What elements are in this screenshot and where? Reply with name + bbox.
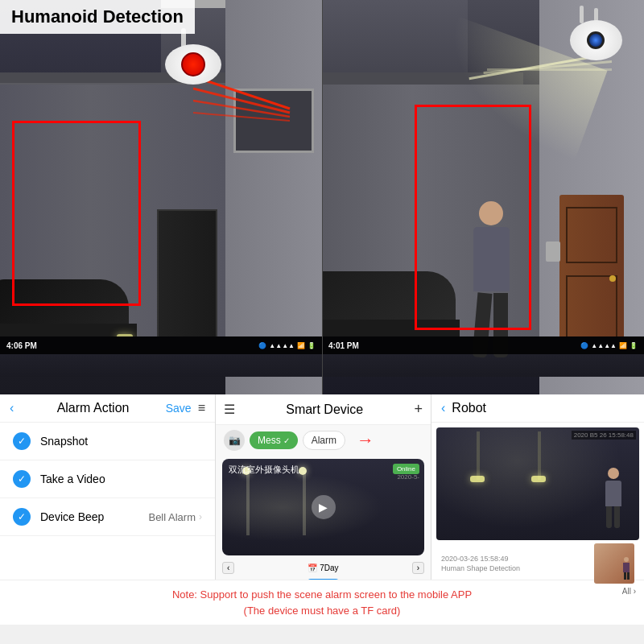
camera-device-left — [161, 44, 225, 101]
beep-check: ✓ — [13, 508, 31, 526]
right-wall — [225, 0, 322, 394]
robot-back-button[interactable]: ‹ — [441, 401, 445, 415]
light-cord-1 — [477, 431, 480, 480]
smart-camera-card[interactable]: 双流室外摄像头机 Online 2020-5- ▶ — [222, 459, 424, 555]
note-line2: (The device must have a TF card) — [13, 603, 631, 619]
smart-plus-button[interactable]: + — [414, 401, 423, 418]
scene-left: 4:06 PM 🔵▲▲▲▲📶🔋 — [0, 0, 322, 394]
beep-chevron: › — [199, 511, 202, 522]
status-icons-left: 🔵▲▲▲▲📶🔋 — [258, 342, 316, 349]
alarm-menu-icon[interactable]: ≡ — [198, 401, 205, 415]
status-bar-right: 4:01 PM 🔵▲▲▲▲📶🔋 — [322, 336, 644, 354]
robot-panel-header: ‹ Robot — [431, 394, 644, 423]
door-handle — [609, 275, 616, 282]
panel-alarm: ‹ Alarm Action Save ≡ ✓ Snapshot ✓ Take … — [0, 394, 216, 580]
tab-alarm-label: Alarm — [312, 435, 336, 446]
status-bar-left: 4:06 PM 🔵▲▲▲▲📶🔋 — [0, 336, 322, 354]
robot-person-body — [605, 481, 621, 506]
camera-body-right — [570, 20, 622, 60]
thumb-person — [622, 557, 630, 580]
detection-box-left — [12, 121, 141, 306]
robot-detection-label: Human Shape Detection — [441, 564, 520, 572]
camera-card-title: 双流室外摄像头机 — [229, 464, 299, 476]
panel-robot: ‹ Robot — [431, 394, 644, 580]
alarm-item-video[interactable]: ✓ Take a Video — [0, 460, 215, 498]
robot-timestamp-label: 2020-03-26 15:58:49 — [441, 555, 520, 563]
bottom-section: ‹ Alarm Action Save ≡ ✓ Snapshot ✓ Take … — [0, 394, 644, 644]
robot-person-head — [608, 468, 619, 479]
alarm-item-snapshot[interactable]: ✓ Snapshot — [0, 423, 215, 460]
smart-panel-header: ☰ Smart Device + — [216, 394, 431, 425]
page-title: Humanoid Detection — [11, 6, 184, 27]
title-bar: Humanoid Detection — [0, 0, 195, 34]
robot-content: 2020 B5 26 15:58:48 2020-03-26 15:58:49 … — [431, 423, 644, 601]
tab-mess-check: ✓ — [283, 436, 290, 445]
light-bulb-2 — [531, 476, 546, 482]
alarm-panel-title: Alarm Action — [20, 401, 165, 415]
robot-info-text: 2020-03-26 15:58:49 Human Shape Detectio… — [441, 555, 520, 572]
video-label: Take a Video — [40, 473, 202, 485]
wooden-door — [559, 195, 624, 356]
time-left: 4:06 PM — [6, 341, 258, 350]
robot-person — [603, 468, 623, 528]
robot-all-label[interactable]: All › — [622, 587, 636, 596]
video-check: ✓ — [13, 470, 31, 488]
robot-person-leg-l — [606, 506, 612, 528]
door-panel-2 — [566, 275, 617, 344]
robot-panel-title: Robot — [452, 401, 634, 415]
alarm-item-beep[interactable]: ✓ Device Beep Bell Alarm › — [0, 498, 215, 536]
status-icons-right: 🔵▲▲▲▲📶🔋 — [580, 342, 638, 349]
beep-label: Device Beep — [40, 510, 148, 523]
camera-lens-red — [181, 52, 205, 76]
light-cord-2 — [538, 431, 541, 480]
camera-device-right — [564, 20, 628, 76]
wall-switch — [546, 242, 560, 262]
robot-thumbnail[interactable] — [594, 543, 634, 584]
robot-camera-view: 2020 B5 26 15:58:48 — [436, 427, 639, 540]
detection-box-right — [415, 105, 531, 330]
camera-play-button[interactable]: ▶ — [312, 495, 336, 519]
camera-lens-right — [587, 31, 605, 49]
robot-all-button-wrapper: All › — [436, 587, 639, 596]
center-door — [157, 209, 217, 354]
time-right: 4:01 PM — [328, 341, 580, 350]
alarm-save-button[interactable]: Save — [166, 402, 192, 415]
smart-filter-icon[interactable]: ☰ — [224, 402, 235, 417]
snapshot-check: ✓ — [13, 432, 31, 450]
alarm-panel-header: ‹ Alarm Action Save ≡ — [0, 394, 215, 423]
robot-person-leg-r — [614, 506, 620, 528]
arrow-to-robot: → — [357, 430, 374, 451]
panel-smart: ☰ Smart Device + 📷 Mess ✓ Alarm → — [216, 394, 431, 580]
tab-mess[interactable]: Mess ✓ — [250, 431, 298, 449]
camera-body-left — [165, 44, 221, 85]
light-bulb-1 — [470, 476, 485, 482]
top-section: Humanoid Detection — [0, 0, 644, 394]
smart-tabs: 📷 Mess ✓ Alarm → — [216, 425, 431, 456]
robot-timestamp: 2020 B5 26 15:58:48 — [572, 431, 636, 440]
timeline-next-button[interactable]: › — [412, 562, 424, 574]
timeline-prev-button[interactable]: ‹ — [222, 562, 234, 574]
tab-alarm[interactable]: Alarm — [303, 431, 345, 450]
play-icon: ▶ — [319, 501, 328, 514]
snapshot-label: Snapshot — [40, 435, 202, 448]
smart-device-icon: 📷 — [224, 430, 245, 451]
bottom-panels: ‹ Alarm Action Save ≡ ✓ Snapshot ✓ Take … — [0, 394, 644, 580]
beep-value: Bell Alarm — [148, 511, 196, 523]
door-panel-1 — [566, 207, 617, 263]
tab-mess-label: Mess — [258, 435, 281, 446]
antenna-right1 — [580, 6, 584, 23]
alarm-back-button[interactable]: ‹ — [10, 401, 14, 415]
robot-person-legs — [603, 506, 623, 528]
camera-card-date: 2020-5- — [397, 473, 419, 481]
robot-bottom-info: 2020-03-26 15:58:49 Human Shape Detectio… — [436, 540, 639, 587]
smart-timeline: ‹ 📅 7Day › — [216, 559, 431, 577]
scene-right: 4:01 PM 🔵▲▲▲▲📶🔋 — [322, 0, 644, 394]
smart-panel-title: Smart Device — [235, 402, 414, 417]
timeline-range: 📅 7Day — [237, 564, 408, 572]
